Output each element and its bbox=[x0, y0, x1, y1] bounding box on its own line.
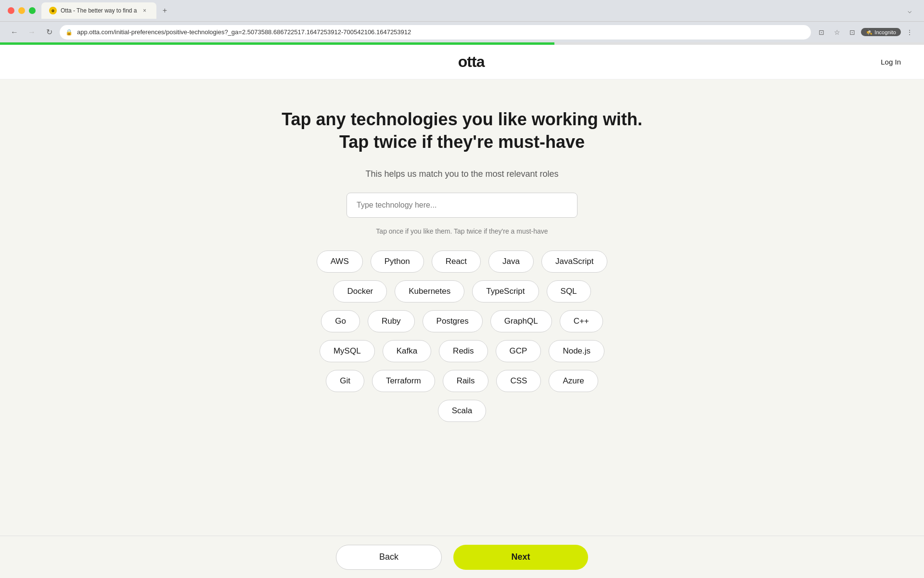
tech-row-5: Git Terraform Rails CSS Azure bbox=[326, 370, 598, 392]
page-title: Tap any technologies you like working wi… bbox=[282, 108, 642, 154]
active-tab[interactable]: o Otta - The better way to find a × bbox=[41, 2, 156, 19]
refresh-button[interactable]: ↻ bbox=[42, 26, 56, 39]
tech-chip-cpp[interactable]: C++ bbox=[560, 310, 603, 332]
browser-titlebar: o Otta - The better way to find a × + ⌵ bbox=[0, 0, 924, 21]
bottom-bar: Back Next bbox=[0, 536, 924, 578]
hint-text: Tap once if you like them. Tap twice if … bbox=[376, 227, 548, 235]
tech-chip-docker[interactable]: Docker bbox=[333, 280, 387, 302]
minimize-window-button[interactable] bbox=[18, 7, 25, 14]
browser-addressbar: ← → ↻ 🔒 ⊡ ☆ ⊡ 🕵 Incognito ⋮ bbox=[0, 21, 924, 42]
tech-chip-css[interactable]: CSS bbox=[496, 370, 541, 392]
tech-chip-postgres[interactable]: Postgres bbox=[423, 310, 483, 332]
back-nav-button[interactable]: ← bbox=[8, 26, 21, 39]
window-controls bbox=[8, 7, 36, 14]
tab-title: Otta - The better way to find a bbox=[61, 7, 137, 14]
forward-nav-button[interactable]: → bbox=[25, 26, 38, 39]
search-input-wrap bbox=[346, 193, 578, 218]
login-button[interactable]: Log In bbox=[881, 58, 901, 66]
technology-search-input[interactable] bbox=[346, 193, 578, 218]
tech-chip-react[interactable]: React bbox=[432, 250, 481, 273]
tech-row-1: AWS Python React Java JavaScript bbox=[317, 250, 608, 273]
tech-chip-aws[interactable]: AWS bbox=[317, 250, 363, 273]
tech-chip-redis[interactable]: Redis bbox=[439, 340, 488, 362]
next-button[interactable]: Next bbox=[453, 545, 588, 570]
tab-bar: o Otta - The better way to find a × + bbox=[41, 2, 897, 19]
tech-chip-python[interactable]: Python bbox=[371, 250, 424, 273]
browser-menu-button[interactable]: ⋮ bbox=[903, 26, 916, 39]
tech-chip-scala[interactable]: Scala bbox=[438, 400, 487, 422]
tech-chip-git[interactable]: Git bbox=[326, 370, 364, 392]
tab-menu-button[interactable]: ⌵ bbox=[903, 4, 916, 17]
extensions-button[interactable]: ⊡ bbox=[846, 26, 859, 39]
address-bar-wrap: 🔒 bbox=[60, 25, 811, 39]
browser-chrome: o Otta - The better way to find a × + ⌵ … bbox=[0, 0, 924, 42]
bookmark-button[interactable]: ☆ bbox=[830, 26, 844, 39]
tech-chip-ruby[interactable]: Ruby bbox=[368, 310, 415, 332]
lock-icon: 🔒 bbox=[65, 29, 73, 36]
tech-chip-go[interactable]: Go bbox=[321, 310, 360, 332]
tech-chip-java[interactable]: Java bbox=[488, 250, 534, 273]
tech-chip-sql[interactable]: SQL bbox=[547, 280, 591, 302]
incognito-label: Incognito bbox=[874, 29, 896, 35]
tech-chip-graphql[interactable]: GraphQL bbox=[490, 310, 552, 332]
tab-favicon: o bbox=[49, 7, 57, 14]
incognito-badge[interactable]: 🕵 Incognito bbox=[861, 28, 901, 36]
technology-grid: AWS Python React Java JavaScript Docker … bbox=[19, 250, 905, 422]
incognito-icon: 🕵 bbox=[866, 29, 873, 35]
tech-chip-javascript[interactable]: JavaScript bbox=[541, 250, 607, 273]
tech-row-3: Go Ruby Postgres GraphQL C++ bbox=[321, 310, 603, 332]
tech-row-4: MySQL Kafka Redis GCP Node.js bbox=[320, 340, 604, 362]
tech-chip-mysql[interactable]: MySQL bbox=[320, 340, 375, 362]
main-content: Tap any technologies you like working wi… bbox=[0, 79, 924, 573]
app-header: otta Log In bbox=[0, 45, 924, 79]
tech-chip-kubernetes[interactable]: Kubernetes bbox=[395, 280, 464, 302]
tech-chip-nodejs[interactable]: Node.js bbox=[549, 340, 604, 362]
tech-row-2: Docker Kubernetes TypeScript SQL bbox=[333, 280, 590, 302]
maximize-window-button[interactable] bbox=[29, 7, 36, 14]
cast-button[interactable]: ⊡ bbox=[815, 26, 828, 39]
otta-logo: otta bbox=[458, 53, 485, 71]
tech-chip-azure[interactable]: Azure bbox=[549, 370, 598, 392]
back-button[interactable]: Back bbox=[336, 545, 442, 570]
tech-row-6: Scala bbox=[438, 400, 487, 422]
tech-chip-rails[interactable]: Rails bbox=[443, 370, 489, 392]
address-input[interactable] bbox=[60, 25, 811, 39]
tab-close-button[interactable]: × bbox=[141, 7, 149, 14]
subtitle: This helps us match you to the most rele… bbox=[365, 169, 558, 179]
tech-chip-gcp[interactable]: GCP bbox=[496, 340, 541, 362]
tech-chip-typescript[interactable]: TypeScript bbox=[472, 280, 539, 302]
tech-chip-terraform[interactable]: Terraform bbox=[372, 370, 435, 392]
tech-chip-kafka[interactable]: Kafka bbox=[383, 340, 431, 362]
browser-actions: ⊡ ☆ ⊡ 🕵 Incognito ⋮ bbox=[815, 26, 916, 39]
new-tab-button[interactable]: + bbox=[158, 4, 172, 17]
close-window-button[interactable] bbox=[8, 7, 14, 14]
